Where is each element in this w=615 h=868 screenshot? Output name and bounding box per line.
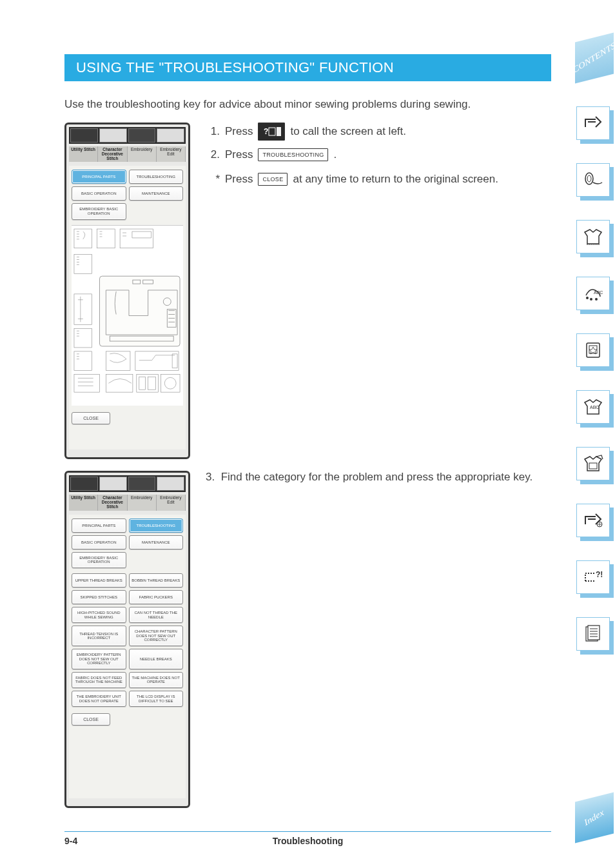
- step-number: 1.: [206, 125, 220, 138]
- index-tab[interactable]: Index: [575, 793, 614, 843]
- top-icon: [99, 477, 127, 491]
- tab-1[interactable]: 1 —: [576, 106, 610, 140]
- intro-text: Use the troubleshooting key for advice a…: [64, 98, 551, 111]
- top-icon: [157, 128, 184, 143]
- tab-9[interactable]: 9 —?!: [576, 560, 610, 594]
- svg-rect-30: [148, 377, 156, 390]
- help-panel: PRINCIPAL PARTS TROUBLESHOOTING BASIC OP…: [69, 166, 186, 449]
- trouble-button[interactable]: FABRIC DOES NOT FEED THROUGH THE MACHINE: [72, 672, 126, 688]
- index-label: Index: [583, 807, 606, 828]
- step-text: .: [333, 148, 337, 161]
- trouble-button[interactable]: THE MACHINE DOES NOT OPERATE: [129, 672, 184, 688]
- mode-tab[interactable]: Embroidery Edit: [157, 495, 186, 510]
- step-text: Press: [225, 125, 253, 138]
- help-topic-button[interactable]: PRINCIPAL PARTS: [72, 170, 126, 184]
- mode-tab[interactable]: Utility Stitch: [69, 495, 98, 510]
- svg-rect-29: [139, 377, 146, 390]
- help-icon-button[interactable]: ?: [258, 123, 285, 141]
- contents-tab[interactable]: CONTENTS: [575, 33, 614, 84]
- svg-rect-31: [161, 374, 180, 392]
- trouble-button[interactable]: FABRIC PUCKERS: [129, 590, 184, 604]
- step-asterisk: *: [206, 173, 220, 186]
- svg-rect-20: [74, 294, 92, 324]
- help-topic-button[interactable]: PRINCIPAL PARTS: [72, 518, 126, 533]
- step-text: Press: [225, 148, 253, 161]
- svg-rect-34: [99, 276, 180, 346]
- help-topic-button[interactable]: BASIC OPERATION: [72, 186, 126, 201]
- trouble-button[interactable]: SKIPPED STITCHES: [72, 590, 126, 604]
- page-number: 9-4: [64, 836, 77, 846]
- tab-5[interactable]: 5 —: [576, 333, 610, 367]
- trouble-button[interactable]: CHARACTER PATTERN DOES NOT SEW OUT CORRE…: [129, 626, 184, 646]
- trouble-button[interactable]: HIGH-PITCHED SOUND WHILE SEWING: [72, 607, 126, 623]
- close-inline-button[interactable]: CLOSE: [258, 173, 288, 186]
- svg-rect-27: [106, 374, 133, 392]
- help-panel-troubleshoot: PRINCIPAL PARTS TROUBLESHOOTING BASIC OP…: [69, 515, 186, 798]
- help-topic-button[interactable]: EMBROIDERY BASIC OPERATION: [72, 552, 126, 568]
- mode-tabs: Utility Stitch Character Decorative Stit…: [69, 146, 186, 162]
- svg-point-3: [586, 297, 589, 299]
- svg-text:ABC: ABC: [594, 290, 603, 295]
- trouble-button[interactable]: THREAD TENSION IS INCORRECT: [72, 626, 126, 646]
- step-text: Find the category for the problem and pr…: [221, 471, 533, 483]
- svg-rect-9: [589, 463, 597, 469]
- help-topic-button[interactable]: TROUBLESHOOTING: [129, 518, 184, 533]
- trouble-button[interactable]: EMBROIDERY PATTERN DOES NOT SEW OUT CORR…: [72, 649, 126, 669]
- svg-rect-23: [74, 374, 100, 392]
- trouble-button[interactable]: THE EMBROIDERY UNIT DOES NOT OPERATE: [72, 691, 126, 707]
- close-button[interactable]: CLOSE: [72, 713, 110, 725]
- tab-4[interactable]: 4 —ABC: [576, 277, 610, 310]
- mode-tab[interactable]: Character Decorative Stitch: [98, 495, 127, 510]
- help-topic-button[interactable]: TROUBLESHOOTING: [129, 170, 184, 184]
- trouble-button[interactable]: UPPER THREAD BREAKS: [72, 573, 126, 587]
- step-text: to call the screen at left.: [290, 125, 406, 138]
- lcd-screen-2: Utility Stitch Character Decorative Stit…: [64, 471, 190, 807]
- mode-tab[interactable]: Character Decorative Stitch: [98, 146, 127, 162]
- close-button[interactable]: CLOSE: [72, 412, 110, 424]
- mode-tab[interactable]: Utility Stitch: [69, 146, 98, 162]
- chapter-tabs: 1 — 2 — 3 — 4 —ABC 5 — 6 —ABC 7 — 8 — 9 …: [576, 106, 615, 674]
- svg-rect-21: [74, 328, 92, 348]
- page-footer: 9-4 Troubleshooting: [64, 831, 551, 846]
- svg-text:?: ?: [264, 127, 269, 136]
- step-text: at any time to return to the original sc…: [293, 173, 498, 186]
- step-text: Press: [225, 173, 253, 186]
- top-icon: [99, 128, 127, 143]
- top-icon: [157, 477, 184, 491]
- help-topic-button[interactable]: MAINTENANCE: [129, 186, 184, 201]
- tab-6[interactable]: 6 —ABC: [576, 390, 610, 424]
- top-icon: [70, 477, 98, 491]
- tab-2[interactable]: 2 —: [576, 163, 610, 197]
- svg-point-32: [164, 377, 176, 389]
- svg-rect-19: [74, 254, 92, 273]
- mode-tab[interactable]: Embroidery: [128, 495, 157, 510]
- tab-8[interactable]: 8 —: [576, 504, 610, 537]
- steps-block: 1. Press ? to call the screen at left. 2…: [206, 123, 551, 459]
- trouble-button[interactable]: THE LCD DISPLAY IS DIFFICULT TO SEE: [129, 691, 184, 707]
- trouble-button[interactable]: CAN NOT THREAD THE NEEDLE: [129, 607, 184, 623]
- help-topic-button[interactable]: BASIC OPERATION: [72, 535, 126, 549]
- parts-diagram: [72, 225, 183, 406]
- svg-rect-26: [106, 351, 130, 370]
- step-number: 3.: [206, 471, 215, 483]
- trouble-button[interactable]: BOBBIN THREAD BREAKS: [129, 573, 184, 587]
- svg-point-0: [585, 173, 593, 184]
- tab-3[interactable]: 3 —: [576, 220, 610, 253]
- svg-point-4: [590, 298, 592, 301]
- top-icon: [70, 128, 98, 143]
- svg-rect-25: [120, 229, 153, 248]
- help-topic-button[interactable]: EMBROIDERY BASIC OPERATION: [72, 203, 126, 219]
- svg-rect-6: [587, 343, 600, 357]
- mode-tab[interactable]: Embroidery: [128, 146, 157, 162]
- lcd-topbar: [69, 127, 186, 144]
- trouble-button[interactable]: NEEDLE BREAKS: [129, 649, 184, 669]
- step-number: 2.: [206, 148, 220, 161]
- mode-tab[interactable]: Embroidery Edit: [157, 146, 186, 162]
- svg-point-1: [587, 175, 591, 182]
- tab-appendix[interactable]: [576, 617, 610, 651]
- lcd-screen-1: Utility Stitch Character Decorative Stit…: [64, 123, 190, 459]
- troubleshooting-button[interactable]: TROUBLESHOOTING: [258, 148, 328, 161]
- tab-7[interactable]: 7 —: [576, 447, 610, 480]
- svg-rect-18: [74, 229, 92, 248]
- help-topic-button[interactable]: MAINTENANCE: [129, 535, 184, 549]
